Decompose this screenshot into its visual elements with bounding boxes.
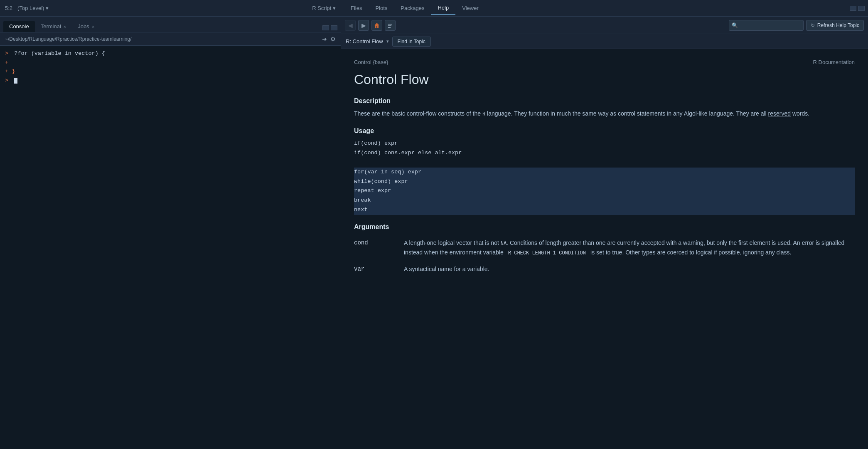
section-arguments-heading: Arguments	[354, 223, 855, 231]
topic-dropdown-icon[interactable]: ▾	[386, 39, 389, 44]
svg-rect-2	[388, 25, 391, 26]
usage-code-block: if(cond) expr if(cond) cons.expr else al…	[354, 139, 855, 215]
close-terminal-icon[interactable]: ×	[64, 24, 66, 29]
topic-label: R: Control Flow	[346, 38, 383, 44]
tab-plots[interactable]: Plots	[369, 2, 394, 15]
tab-jobs[interactable]: Jobs ×	[72, 21, 100, 32]
editor-script-type[interactable]: R Script ▾	[312, 5, 336, 11]
find-in-topic-button[interactable]: Find in Topic	[392, 37, 431, 47]
tab-files[interactable]: Files	[344, 2, 369, 15]
code-line-spacer	[354, 158, 855, 168]
tab-viewer[interactable]: Viewer	[455, 2, 485, 15]
back-button[interactable]: ◀	[345, 20, 356, 31]
code-line-1: if(cond) expr	[354, 139, 855, 148]
console-tabs: Console Terminal × Jobs ×	[0, 17, 341, 32]
console-window-controls	[322, 25, 337, 32]
arg-row-cond: cond A length-one logical vector that is…	[354, 235, 855, 261]
section-usage-heading: Usage	[354, 127, 855, 135]
home-button[interactable]	[371, 20, 382, 31]
help-search-box: 🔍	[729, 20, 804, 31]
svg-marker-0	[374, 23, 379, 28]
refresh-icon: ↻	[811, 22, 815, 28]
close-jobs-icon[interactable]: ×	[92, 24, 94, 29]
arguments-table: cond A length-one logical vector that is…	[354, 235, 855, 277]
editor-topbar: 5:2 (Top Level) ▾ R Script ▾	[0, 0, 341, 17]
console-line-1: > ?for (variable in vector) {	[5, 49, 336, 58]
tab-help[interactable]: Help	[431, 1, 455, 15]
console-line-3: + }	[5, 67, 336, 76]
help-doc-type: R Documentation	[813, 59, 855, 65]
code-line-while: while(cond) expr	[354, 177, 855, 187]
navigate-path-icon[interactable]: ➜	[322, 36, 327, 42]
maximize-btn[interactable]	[331, 25, 337, 30]
refresh-help-button[interactable]: ↻ Refresh Help Topic	[806, 20, 864, 31]
editor-scope[interactable]: (Top Level) ▾	[17, 5, 312, 11]
tab-terminal[interactable]: Terminal ×	[35, 21, 72, 32]
help-window-controls	[850, 6, 865, 11]
editor-position: 5:2	[5, 5, 12, 11]
search-icon: 🔍	[732, 22, 738, 28]
code-line-repeat: repeat expr	[354, 186, 855, 196]
minimize-btn[interactable]	[322, 25, 329, 30]
r-inline-code: R	[482, 111, 485, 117]
code-line-2: if(cond) cons.expr else alt.expr	[354, 148, 855, 158]
minimize-help-btn[interactable]	[850, 6, 856, 11]
forward-button[interactable]: ▶	[358, 20, 369, 31]
help-content: Control {base} R Documentation Control F…	[341, 49, 868, 449]
tab-console[interactable]: Console	[3, 21, 35, 32]
description-text: These are the basic control-flow constru…	[354, 109, 855, 119]
arg-name-var: var	[354, 261, 404, 277]
settings-icon[interactable]: ⚙	[330, 36, 336, 42]
help-meta: Control {base} R Documentation	[354, 59, 855, 65]
topic-bar: R: Control Flow ▾ Find in Topic	[341, 34, 868, 49]
code-line-next: next	[354, 205, 855, 215]
history-button[interactable]	[385, 20, 396, 31]
help-tabbar: Files Plots Packages Help Viewer	[341, 0, 868, 17]
console-cursor	[14, 78, 17, 84]
svg-rect-1	[388, 24, 392, 25]
arg-name-cond: cond	[354, 235, 404, 261]
reserved-words-link[interactable]: reserved	[768, 110, 791, 117]
svg-rect-3	[388, 27, 391, 28]
help-title: Control Flow	[354, 72, 855, 87]
working-directory-path: ~/Desktop/RLanguage/Rpractice/Rpractice-…	[5, 36, 319, 42]
arg-row-var: var A syntactical name for a variable.	[354, 261, 855, 277]
section-description-heading: Description	[354, 97, 855, 105]
search-input[interactable]	[740, 22, 801, 28]
code-line-break: break	[354, 196, 855, 205]
path-bar: ~/Desktop/RLanguage/Rpractice/Rpractice-…	[0, 32, 341, 46]
tab-packages[interactable]: Packages	[394, 2, 431, 15]
console-line-2: +	[5, 58, 336, 67]
console-line-4: >	[5, 76, 336, 85]
help-package-ref: Control {base}	[354, 59, 388, 65]
maximize-help-btn[interactable]	[858, 6, 865, 11]
help-navbar: ◀ ▶ 🔍 ↻ Refresh Help Topic	[341, 17, 868, 34]
arg-desc-var: A syntactical name for a variable.	[404, 261, 855, 277]
code-line-for: for(var in seq) expr	[354, 168, 855, 177]
console-output[interactable]: > ?for (variable in vector) { + + } >	[0, 46, 341, 449]
arg-desc-cond: A length-one logical vector that is not …	[404, 235, 855, 261]
